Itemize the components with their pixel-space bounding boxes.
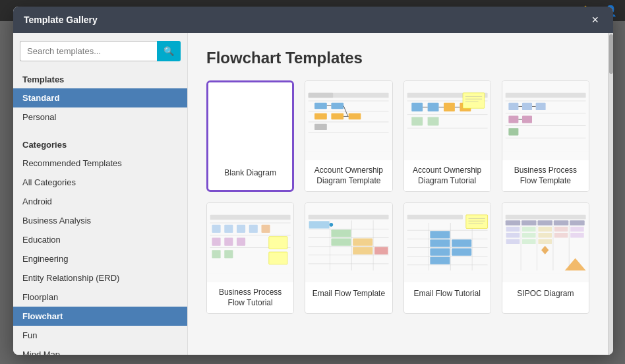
sidebar-item-standard[interactable]: Standard	[13, 88, 187, 107]
svg-rect-95	[452, 240, 471, 247]
svg-rect-25	[411, 117, 423, 125]
sidebar-item-engineering[interactable]: Engineering	[13, 249, 187, 268]
svg-rect-60	[224, 238, 233, 246]
search-button[interactable]: 🔍	[157, 41, 181, 61]
svg-rect-119	[506, 233, 520, 238]
svg-rect-93	[430, 231, 450, 238]
template-card-email-flow[interactable]: Email Flow Template	[305, 202, 392, 314]
svg-rect-50	[210, 215, 291, 220]
sidebar-item-erd[interactable]: Entity Relationship (ERD)	[13, 268, 187, 288]
svg-rect-9	[314, 113, 327, 119]
svg-rect-79	[353, 239, 372, 246]
template-card-sipoc[interactable]: SIPOC Diagram	[502, 202, 589, 314]
sidebar-item-android[interactable]: Android	[13, 192, 187, 211]
svg-rect-80	[353, 247, 372, 255]
template-label-biz-tutorial: Business Process Flow Tutorial	[207, 282, 293, 313]
templates-section-title: Templates	[13, 69, 187, 88]
template-label-blank: Blank Diagram	[208, 162, 292, 185]
svg-rect-10	[332, 113, 344, 119]
modal-body: 🔍 Templates Standard Personal Categories…	[13, 33, 613, 355]
svg-rect-126	[538, 239, 552, 245]
svg-rect-35	[505, 93, 585, 98]
template-card-biz-tutorial[interactable]: Business Process Flow Tutorial	[206, 202, 294, 314]
modal-close-button[interactable]: ×	[587, 13, 603, 27]
svg-rect-114	[506, 227, 520, 232]
svg-rect-59	[212, 238, 221, 246]
svg-rect-78	[332, 239, 351, 246]
scroll-indicator[interactable]	[608, 33, 613, 355]
svg-rect-67	[309, 215, 389, 220]
svg-rect-30	[463, 93, 485, 108]
template-gallery-modal: Template Gallery × 🔍 Templates Standard …	[13, 7, 613, 355]
sidebar-item-business[interactable]: Business Analysis	[13, 211, 187, 230]
categories-section-title: Categories	[13, 135, 187, 154]
template-card-email-tutorial[interactable]: Email Flow Tutorial	[403, 202, 491, 314]
svg-rect-55	[224, 225, 233, 233]
template-card-acct-ownership[interactable]: Account Ownership Diagram Template	[305, 80, 392, 192]
svg-rect-123	[570, 233, 584, 238]
svg-rect-54	[212, 225, 221, 233]
template-label-acct-tutorial: Account Ownership Diagram Tutorial	[404, 160, 491, 191]
sidebar-item-mindmap[interactable]: Mind Map	[13, 345, 187, 355]
template-svg-4	[207, 203, 293, 282]
svg-rect-41	[522, 103, 532, 110]
templates-grid: Blank Diagram	[206, 80, 589, 314]
search-input[interactable]	[20, 41, 157, 61]
svg-rect-122	[554, 233, 568, 238]
main-content: Flowchart Templates Blank Diagram	[188, 33, 608, 355]
svg-rect-76	[309, 221, 330, 228]
sidebar-item-flowchart[interactable]: Flowchart	[13, 307, 187, 326]
svg-rect-124	[506, 239, 520, 245]
svg-rect-62	[212, 250, 221, 258]
svg-rect-104	[505, 215, 585, 220]
svg-rect-8	[332, 103, 344, 109]
svg-rect-42	[535, 103, 545, 110]
template-label-email-tutorial: Email Flow Tutorial	[404, 282, 491, 306]
sidebar-item-floorplan[interactable]: Floorplan	[13, 288, 187, 307]
svg-rect-40	[508, 103, 518, 110]
svg-rect-107	[537, 220, 552, 226]
modal-title: Template Gallery	[24, 15, 98, 25]
svg-rect-44	[522, 116, 532, 123]
template-svg-7	[502, 203, 589, 282]
svg-rect-12	[314, 124, 327, 130]
sidebar-item-personal[interactable]: Personal	[13, 107, 187, 127]
template-card-biz-process[interactable]: Business Process Flow Template	[502, 80, 589, 192]
template-preview-acct-ownership	[305, 81, 392, 160]
template-card-blank[interactable]: Blank Diagram	[206, 80, 294, 192]
svg-rect-106	[521, 220, 537, 226]
sidebar-item-all[interactable]: All Categories	[13, 173, 187, 192]
template-card-acct-tutorial[interactable]: Account Ownership Diagram Tutorial	[403, 80, 491, 192]
sidebar-item-fun[interactable]: Fun	[13, 326, 187, 345]
template-preview-biz-tutorial	[207, 203, 293, 282]
svg-rect-118	[570, 227, 584, 232]
svg-rect-63	[224, 250, 233, 258]
sidebar-item-education[interactable]: Education	[13, 230, 187, 249]
svg-rect-61	[237, 238, 245, 246]
svg-rect-105	[505, 220, 520, 226]
svg-rect-23	[444, 103, 455, 111]
svg-rect-117	[554, 227, 568, 232]
svg-rect-58	[262, 225, 270, 233]
scroll-thumb	[609, 34, 613, 74]
template-label-biz-process: Business Process Flow Template	[502, 160, 589, 191]
svg-rect-7	[314, 103, 327, 109]
svg-rect-2	[309, 93, 334, 98]
template-preview-acct-tutorial	[404, 81, 491, 160]
svg-rect-45	[508, 128, 518, 135]
template-label-sipoc: SIPOC Diagram	[502, 282, 589, 306]
svg-rect-98	[430, 257, 450, 264]
svg-rect-116	[538, 227, 552, 232]
svg-rect-115	[522, 227, 536, 232]
svg-rect-108	[554, 220, 569, 226]
svg-rect-121	[538, 233, 552, 238]
template-label-acct-ownership: Account Ownership Diagram Template	[305, 160, 392, 191]
template-preview-biz-process	[502, 81, 589, 160]
svg-rect-57	[249, 225, 258, 233]
template-svg-1	[305, 81, 392, 160]
sidebar: 🔍 Templates Standard Personal Categories…	[13, 33, 188, 355]
svg-rect-56	[237, 225, 245, 233]
template-svg-3	[502, 81, 589, 160]
page-title: Flowchart Templates	[206, 49, 589, 67]
sidebar-item-recommended[interactable]: Recommended Templates	[13, 154, 187, 173]
